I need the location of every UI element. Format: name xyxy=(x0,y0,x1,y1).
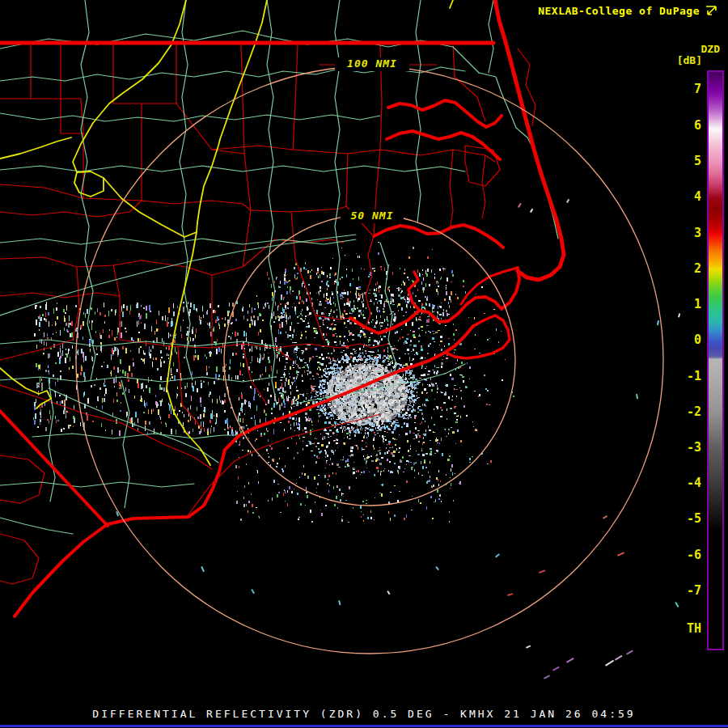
colorbar-tick-1: 1 xyxy=(694,297,701,311)
colorbar-tick-6: 6 xyxy=(694,118,701,133)
colorbar-tick--2: -2 xyxy=(687,404,701,419)
colorbar-tick--1: -1 xyxy=(687,369,701,383)
colorbar-tick-7: 7 xyxy=(694,82,701,96)
radar-echo-layer xyxy=(33,199,680,679)
colorbar-tick--5: -5 xyxy=(687,511,701,526)
radar-display: 100 NMI50 NMI NEXLAB-College of DuPage D… xyxy=(0,0,728,728)
product-caption: DIFFERENTIAL REFLECTIVITY (ZDR) 0.5 DEG … xyxy=(0,708,728,720)
colorbar-units: [dB] xyxy=(677,54,702,66)
brand-text: NEXLAB-College of DuPage xyxy=(538,5,700,17)
colorbar-bar xyxy=(707,70,724,650)
colorbar-tick-2: 2 xyxy=(694,261,701,276)
colorbar-tick--6: -6 xyxy=(687,548,701,562)
brand-header: NEXLAB-College of DuPage xyxy=(538,5,717,17)
colorbar-tick-0: 0 xyxy=(694,332,701,347)
colorbar-tick-5: 5 xyxy=(694,154,701,168)
svg-text:100 NMI: 100 NMI xyxy=(347,57,397,70)
colorbar-tick--3: -3 xyxy=(687,440,701,455)
arrow-box-icon xyxy=(705,6,717,16)
colorbar-title: DZD xyxy=(701,43,720,55)
colorbar-tick--4: -4 xyxy=(687,476,701,490)
footer-line xyxy=(0,725,728,727)
coastline-borders-layer xyxy=(0,0,564,616)
colorbar-tick-3: 3 xyxy=(694,226,701,240)
colorbar-tick--7: -7 xyxy=(687,583,701,598)
svg-text:50 NMI: 50 NMI xyxy=(351,210,394,222)
radar-map: 100 NMI50 NMI xyxy=(0,0,728,728)
colorbar-threshold-label: TH xyxy=(687,621,701,636)
colorbar-tick-4: 4 xyxy=(694,189,701,204)
